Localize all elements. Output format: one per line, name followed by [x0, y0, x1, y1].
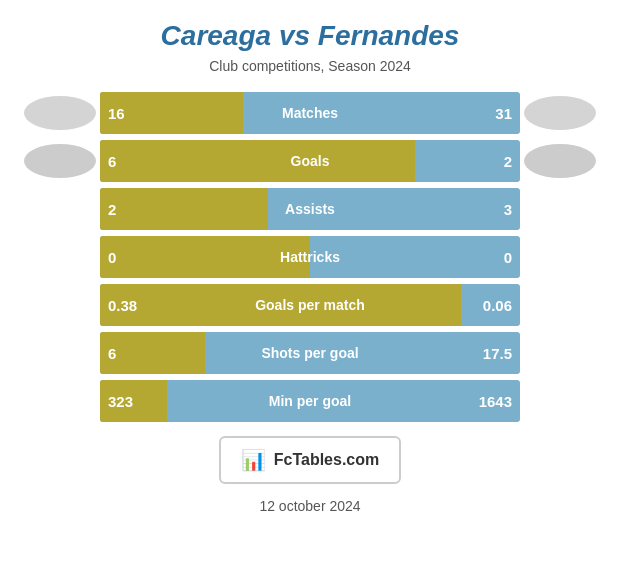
- left-value-assists: 2: [108, 201, 116, 218]
- bar-min-per-goal: 323 Min per goal 1643: [100, 380, 520, 422]
- logo-text: FcTables.com: [274, 451, 380, 469]
- logo-icon: 📊: [241, 448, 266, 472]
- bar-goals: 6 Goals 2: [100, 140, 520, 182]
- bar-assists: 2 Assists 3: [100, 188, 520, 230]
- label-min-per-goal: Min per goal: [269, 393, 351, 409]
- bar-shots-per-goal: 6 Shots per goal 17.5: [100, 332, 520, 374]
- comparison-container: 16 Matches 31 6 Goals 2: [20, 92, 600, 422]
- right-value-matches: 31: [495, 105, 512, 122]
- left-avatar-goals: [20, 140, 100, 182]
- right-avatar-goals: [520, 140, 600, 182]
- stat-row-goals: 6 Goals 2: [20, 140, 600, 182]
- right-value-assists: 3: [504, 201, 512, 218]
- stat-row-assists: 2 Assists 3: [20, 188, 600, 230]
- stat-row-goals-per-match: 0.38 Goals per match 0.06: [20, 284, 600, 326]
- bar-goals-per-match: 0.38 Goals per match 0.06: [100, 284, 520, 326]
- logo-box: 📊 FcTables.com: [219, 436, 402, 484]
- stat-row-hattricks: 0 Hattricks 0: [20, 236, 600, 278]
- right-avatar-matches: [520, 92, 600, 134]
- right-value-shots-per-goal: 17.5: [483, 345, 512, 362]
- left-value-min-per-goal: 323: [108, 393, 133, 410]
- label-matches: Matches: [282, 105, 338, 121]
- label-hattricks: Hattricks: [280, 249, 340, 265]
- label-goals: Goals: [291, 153, 330, 169]
- left-value-goals-per-match: 0.38: [108, 297, 137, 314]
- right-value-hattricks: 0: [504, 249, 512, 266]
- left-avatar-matches: [20, 92, 100, 134]
- bar-hattricks: 0 Hattricks 0: [100, 236, 520, 278]
- left-value-shots-per-goal: 6: [108, 345, 116, 362]
- left-value-matches: 16: [108, 105, 125, 122]
- stat-row-min-per-goal: 323 Min per goal 1643: [20, 380, 600, 422]
- stat-row-matches: 16 Matches 31: [20, 92, 600, 134]
- bar-matches: 16 Matches 31: [100, 92, 520, 134]
- right-value-goals: 2: [504, 153, 512, 170]
- footer-date: 12 october 2024: [259, 498, 360, 514]
- stat-row-shots-per-goal: 6 Shots per goal 17.5: [20, 332, 600, 374]
- right-value-min-per-goal: 1643: [479, 393, 512, 410]
- page-title: Careaga vs Fernandes: [161, 20, 460, 52]
- label-assists: Assists: [285, 201, 335, 217]
- left-value-hattricks: 0: [108, 249, 116, 266]
- page-subtitle: Club competitions, Season 2024: [209, 58, 411, 74]
- label-shots-per-goal: Shots per goal: [261, 345, 358, 361]
- right-value-goals-per-match: 0.06: [483, 297, 512, 314]
- left-value-goals: 6: [108, 153, 116, 170]
- label-goals-per-match: Goals per match: [255, 297, 365, 313]
